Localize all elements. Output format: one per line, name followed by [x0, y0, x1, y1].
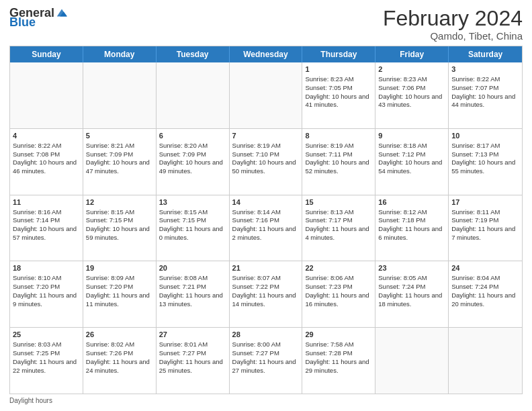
- day-number: 3: [451, 64, 519, 75]
- day-number: 2: [378, 64, 445, 75]
- calendar-cell: 29Sunrise: 7:58 AMSunset: 7:28 PMDayligh…: [302, 328, 375, 394]
- sunrise-text: Sunrise: 8:13 AM: [305, 208, 353, 216]
- footer-note: Daylight hours: [9, 397, 523, 404]
- day-number: 24: [451, 263, 519, 273]
- calendar-cell: 7Sunrise: 8:19 AMSunset: 7:10 PMDaylight…: [230, 129, 303, 195]
- day-number: 27: [159, 330, 226, 340]
- sunrise-text: Sunrise: 8:03 AM: [13, 340, 61, 348]
- sunrise-text: Sunrise: 8:15 AM: [159, 208, 208, 216]
- sunset-text: Sunset: 7:23 PM: [305, 283, 352, 290]
- daylight-text: Daylight: 11 hours and 22 minutes.: [13, 358, 77, 374]
- daylight-text: Daylight: 11 hours and 25 minutes.: [159, 358, 223, 374]
- daylight-text: Daylight: 11 hours and 6 minutes.: [378, 225, 442, 241]
- sunset-text: Sunset: 7:09 PM: [86, 150, 133, 158]
- sunset-text: Sunset: 7:09 PM: [159, 150, 206, 158]
- day-number: 11: [13, 197, 80, 208]
- sunrise-text: Sunrise: 8:01 AM: [159, 340, 208, 348]
- sunset-text: Sunset: 7:16 PM: [232, 216, 279, 224]
- sunrise-text: Sunrise: 8:05 AM: [378, 274, 427, 281]
- daylight-text: Daylight: 10 hours and 43 minutes.: [378, 93, 442, 109]
- calendar-cell: 4Sunrise: 8:22 AMSunset: 7:08 PMDaylight…: [10, 129, 83, 195]
- calendar-week-5: 25Sunrise: 8:03 AMSunset: 7:25 PMDayligh…: [10, 328, 522, 394]
- day-number: 6: [159, 131, 226, 141]
- sunset-text: Sunset: 7:20 PM: [13, 283, 60, 290]
- daylight-text: Daylight: 11 hours and 24 minutes.: [86, 358, 150, 374]
- sunrise-text: Sunrise: 8:15 AM: [86, 208, 134, 216]
- day-number: 8: [305, 131, 372, 141]
- sunrise-text: Sunrise: 8:09 AM: [86, 274, 134, 281]
- sunset-text: Sunset: 7:05 PM: [305, 84, 352, 91]
- calendar-cell: 22Sunrise: 8:06 AMSunset: 7:23 PMDayligh…: [302, 261, 375, 327]
- day-header-tuesday: Tuesday: [157, 46, 230, 62]
- sunset-text: Sunset: 7:18 PM: [378, 216, 425, 224]
- calendar-cell: 12Sunrise: 8:15 AMSunset: 7:15 PMDayligh…: [83, 195, 157, 261]
- day-number: 18: [13, 263, 80, 273]
- daylight-text: Daylight: 10 hours and 41 minutes.: [305, 93, 369, 109]
- calendar-cell: 13Sunrise: 8:15 AMSunset: 7:15 PMDayligh…: [157, 195, 230, 261]
- sunset-text: Sunset: 7:25 PM: [13, 349, 60, 357]
- calendar-cell: 14Sunrise: 8:14 AMSunset: 7:16 PMDayligh…: [230, 195, 303, 261]
- sunrise-text: Sunrise: 8:20 AM: [159, 142, 208, 149]
- day-number: 7: [232, 131, 300, 141]
- sunrise-text: Sunrise: 8:23 AM: [305, 75, 353, 83]
- day-number: 26: [86, 330, 153, 340]
- sunset-text: Sunset: 7:10 PM: [232, 150, 279, 158]
- daylight-text: Daylight: 11 hours and 0 minutes.: [159, 225, 223, 241]
- calendar-cell: 8Sunrise: 8:19 AMSunset: 7:11 PMDaylight…: [302, 129, 375, 195]
- calendar-cell: 1Sunrise: 8:23 AMSunset: 7:05 PMDaylight…: [302, 62, 375, 128]
- daylight-text: Daylight: 11 hours and 9 minutes.: [13, 291, 77, 308]
- logo: General Blue: [9, 7, 68, 28]
- day-header-saturday: Saturday: [449, 46, 522, 62]
- calendar-cell: 21Sunrise: 8:07 AMSunset: 7:22 PMDayligh…: [230, 261, 303, 327]
- day-number: 23: [378, 263, 445, 273]
- location-title: Qamdo, Tibet, China: [383, 30, 523, 42]
- calendar-cell: 17Sunrise: 8:11 AMSunset: 7:19 PMDayligh…: [449, 195, 522, 261]
- calendar-cell: 25Sunrise: 8:03 AMSunset: 7:25 PMDayligh…: [10, 328, 83, 394]
- daylight-text: Daylight: 11 hours and 16 minutes.: [305, 291, 369, 308]
- daylight-text: Daylight: 10 hours and 44 minutes.: [451, 93, 515, 109]
- sunrise-text: Sunrise: 8:00 AM: [232, 340, 281, 348]
- daylight-text: Daylight: 11 hours and 7 minutes.: [451, 225, 515, 241]
- sunset-text: Sunset: 7:20 PM: [86, 283, 133, 290]
- day-number: 1: [305, 64, 372, 75]
- calendar: SundayMondayTuesdayWednesdayThursdayFrid…: [9, 46, 523, 394]
- sunrise-text: Sunrise: 8:18 AM: [378, 142, 427, 149]
- daylight-text: Daylight: 11 hours and 13 minutes.: [159, 291, 223, 308]
- calendar-week-4: 18Sunrise: 8:10 AMSunset: 7:20 PMDayligh…: [10, 261, 522, 328]
- sunset-text: Sunset: 7:07 PM: [451, 84, 498, 91]
- calendar-cell: [157, 62, 230, 128]
- sunrise-text: Sunrise: 8:14 AM: [232, 208, 281, 216]
- sunset-text: Sunset: 7:27 PM: [159, 349, 206, 357]
- day-number: 22: [305, 263, 372, 273]
- month-title: February 2024: [383, 7, 523, 30]
- calendar-cell: 2Sunrise: 8:23 AMSunset: 7:06 PMDaylight…: [375, 62, 449, 128]
- sunrise-text: Sunrise: 8:02 AM: [86, 340, 134, 348]
- sunrise-text: Sunrise: 8:12 AM: [378, 208, 427, 216]
- calendar-cell: 18Sunrise: 8:10 AMSunset: 7:20 PMDayligh…: [10, 261, 83, 327]
- day-number: 9: [378, 131, 445, 141]
- sunset-text: Sunset: 7:08 PM: [13, 150, 60, 158]
- daylight-text: Daylight: 10 hours and 49 minutes.: [159, 158, 223, 175]
- day-number: 10: [451, 131, 519, 141]
- calendar-cell: 28Sunrise: 8:00 AMSunset: 7:27 PMDayligh…: [230, 328, 303, 394]
- day-number: 5: [86, 131, 153, 141]
- calendar-cell: [83, 62, 157, 128]
- calendar-cell: 16Sunrise: 8:12 AMSunset: 7:18 PMDayligh…: [375, 195, 449, 261]
- calendar-cell: [230, 62, 303, 128]
- sunset-text: Sunset: 7:12 PM: [378, 150, 425, 158]
- calendar-cell: [375, 328, 449, 394]
- day-number: 13: [159, 197, 226, 208]
- sunrise-text: Sunrise: 8:10 AM: [13, 274, 61, 281]
- calendar-cell: 6Sunrise: 8:20 AMSunset: 7:09 PMDaylight…: [157, 129, 230, 195]
- calendar-cell: 19Sunrise: 8:09 AMSunset: 7:20 PMDayligh…: [83, 261, 157, 327]
- calendar-cell: 24Sunrise: 8:04 AMSunset: 7:24 PMDayligh…: [449, 261, 522, 327]
- day-header-thursday: Thursday: [302, 46, 375, 62]
- sunset-text: Sunset: 7:06 PM: [378, 84, 425, 91]
- logo-blue: Blue: [9, 16, 36, 28]
- calendar-body: 1Sunrise: 8:23 AMSunset: 7:05 PMDaylight…: [10, 62, 522, 394]
- sunrise-text: Sunrise: 8:22 AM: [13, 142, 61, 149]
- sunrise-text: Sunrise: 8:11 AM: [451, 208, 500, 216]
- daylight-text: Daylight: 11 hours and 2 minutes.: [232, 225, 296, 241]
- sunset-text: Sunset: 7:26 PM: [86, 349, 133, 357]
- sunset-text: Sunset: 7:13 PM: [451, 150, 498, 158]
